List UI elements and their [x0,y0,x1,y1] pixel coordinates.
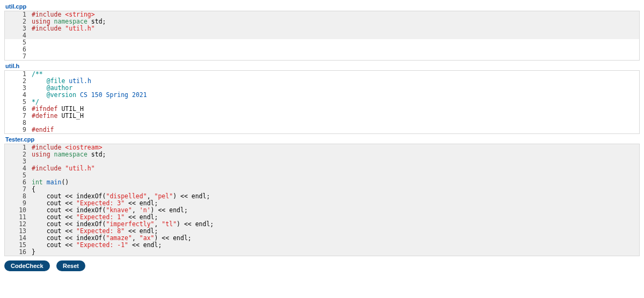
reset-button[interactable]: Reset [56,260,85,271]
code-text: cout << "Expected: -1" << endl; [32,242,639,249]
code-line: 4#include "util.h" [5,165,639,172]
code-line[interactable]: 2 @file util.h [5,78,639,85]
line-number: 10 [5,207,32,214]
code-line[interactable]: 4 @version CS 150 Spring 2021 [5,92,639,99]
code-text[interactable]: @version CS 150 Spring 2021 [32,92,639,99]
code-line[interactable]: 1/** [5,71,639,78]
code-text[interactable]: #ifndef UTIL_H [32,106,639,113]
code-text [32,158,639,165]
code-text: #include "util.h" [32,165,639,172]
editable-region[interactable]: 5 6 7 [5,39,639,60]
line-number: 8 [5,120,32,126]
code-editor[interactable]: 1#include <iostream>2using namespace std… [4,144,640,256]
code-line: 5 [5,172,639,179]
line-number: 15 [5,242,32,249]
line-number: 12 [5,221,32,228]
code-text[interactable]: /** [32,71,639,78]
line-number: 11 [5,214,32,221]
code-line: 4 [5,32,639,39]
line-number: 6 [5,179,32,186]
code-line: 2using namespace std; [5,151,639,158]
code-line[interactable]: 6 [5,46,639,53]
code-text: #include <iostream> [32,144,639,151]
line-number: 2 [5,18,32,25]
line-number: 7 [5,186,32,193]
code-editor[interactable]: 1#include <string>2using namespace std;3… [4,11,640,61]
code-editor[interactable]: 1/**2 @file util.h3 @author4 @version CS… [4,70,640,134]
line-number: 2 [5,151,32,158]
code-line: 3#include "util.h" [5,25,639,32]
code-text: int main() [32,179,639,186]
code-text[interactable]: @file util.h [32,78,639,85]
line-number: 4 [5,165,32,172]
line-number: 5 [5,172,32,179]
line-number: 3 [5,25,32,32]
editable-region[interactable]: 1/**2 @file util.h3 @author4 @version CS… [5,71,639,133]
line-number: 5 [5,99,32,106]
code-line: 16} [5,249,639,256]
code-text[interactable]: #endif [32,126,639,133]
code-line: 15 cout << "Expected: -1" << endl; [5,242,639,249]
line-number: 5 [5,39,32,46]
line-number: 6 [5,106,32,113]
code-text [32,32,639,39]
code-text[interactable] [32,39,639,46]
code-line[interactable]: 5 [5,39,639,46]
code-line: 6int main() [5,179,639,186]
line-number: 1 [5,11,32,18]
line-number: 16 [5,249,32,256]
line-number: 1 [5,144,32,151]
code-text: using namespace std; [32,18,639,25]
code-line[interactable]: 7#define UTIL_H [5,113,639,120]
code-line[interactable]: 9#endif [5,126,639,133]
line-number: 8 [5,193,32,200]
readonly-region: 1#include <string>2using namespace std;3… [5,11,639,39]
readonly-region: 1#include <iostream>2using namespace std… [5,144,639,256]
line-number: 4 [5,92,32,99]
line-number: 1 [5,71,32,78]
codecheck-panel: util.cpp1#include <string>2using namespa… [4,3,640,256]
line-number: 9 [5,200,32,207]
code-text: #include "util.h" [32,25,639,32]
file-label: util.h [5,63,640,69]
file-label: util.cpp [5,3,640,10]
line-number: 4 [5,32,32,39]
code-line: 3 [5,158,639,165]
file-label: Tester.cpp [5,136,640,143]
code-text[interactable] [32,53,639,60]
code-text: } [32,249,639,256]
code-text[interactable] [32,120,639,126]
line-number: 3 [5,158,32,165]
action-bar: CodeCheck Reset [4,260,640,271]
line-number: 7 [5,53,32,60]
code-text: #include <string> [32,11,639,18]
line-number: 6 [5,46,32,53]
line-number: 3 [5,85,32,92]
line-number: 9 [5,126,32,133]
code-text: using namespace std; [32,151,639,158]
code-line[interactable]: 7 [5,53,639,60]
line-number: 14 [5,235,32,242]
code-text[interactable]: */ [32,99,639,106]
code-line[interactable]: 8 [5,120,639,126]
line-number: 2 [5,78,32,85]
line-number: 7 [5,113,32,120]
code-text[interactable] [32,46,639,53]
code-line[interactable]: 5*/ [5,99,639,106]
codecheck-button[interactable]: CodeCheck [4,260,50,271]
code-text[interactable]: #define UTIL_H [32,113,639,120]
code-line[interactable]: 6#ifndef UTIL_H [5,106,639,113]
code-line: 2using namespace std; [5,18,639,25]
line-number: 13 [5,228,32,235]
code-text [32,172,639,179]
